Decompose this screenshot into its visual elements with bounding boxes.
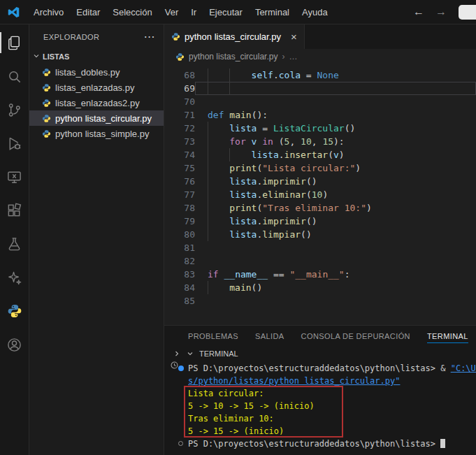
line-number: 71 [164,108,195,122]
activity-bar-run-debug[interactable] [0,127,29,160]
code-line-84[interactable]: 84main() [164,281,476,294]
menu-editar[interactable]: Editar [70,7,106,17]
code-text: lista.imprimir() [195,215,476,228]
terminal[interactable]: PS D:\proyectos\estructuraddedatos\pytho… [164,361,476,455]
menu-terminal[interactable]: Terminal [249,7,296,17]
activity-bar-python[interactable] [0,294,29,328]
folder-section-listas[interactable]: LISTAS [29,49,164,64]
panel-tab-problemas[interactable]: PROBLEMAS [188,326,238,347]
prompt-decoration-icon[interactable] [178,441,183,446]
menu-ayuda[interactable]: Ayuda [296,7,334,17]
code-text: self.cola = None [195,68,476,82]
terminal-text: 5 -> 10 -> 15 -> (inicio) [188,401,315,411]
line-number: 74 [164,148,195,161]
chevron-right-icon[interactable] [173,349,181,358]
code-text: print("Tras eliminar 10:") [195,201,476,215]
line-number: 75 [164,161,195,175]
code-text: print("Lista circular:") [195,161,476,175]
vscode-logo-icon [7,6,20,19]
activity-bar-accounts[interactable] [0,328,29,361]
terminal-text: Lista circular: [188,389,264,398]
activity-bar-explorer[interactable] [0,26,29,59]
panel-tab-salida[interactable]: SALIDA [255,326,284,347]
breadcrumb-ellipsis[interactable]: … [289,52,297,62]
code-text: lista.imprimir() [195,175,476,188]
code-line-70[interactable]: 70 [164,95,476,108]
code-line-85[interactable]: 85 [164,294,476,308]
code-line-68[interactable]: 68self.cola = None [164,68,476,82]
sidebar-header: EXPLORADOR ⋯ [29,24,164,49]
terminal-link[interactable]: "C:\Us [451,363,476,373]
editor-group: python listas_circular.py × python lista… [164,24,476,455]
code-line-76[interactable]: 76lista.imprimir() [164,175,476,188]
activity-bar-search[interactable] [0,59,29,93]
more-actions-icon[interactable]: ⋯ [144,34,155,41]
activity-bar-remote-explorer[interactable] [0,160,29,194]
account-icon [6,337,22,353]
chevron-down-icon[interactable] [186,349,194,358]
terminal-link[interactable]: s/python/listas/python listas_circular.p… [188,376,400,386]
code-line-83[interactable]: 83if __name__ == "__main__": [164,268,476,281]
file-name: listas_dobles.py [55,67,120,78]
file-item[interactable]: listas_enlazadas2.py [29,95,164,110]
close-icon[interactable]: × [291,31,297,43]
file-item[interactable]: listas_dobles.py [29,64,164,80]
python-icon [7,303,22,319]
line-number: 85 [164,294,195,308]
code-text [195,294,476,308]
tab-python-listas-circular[interactable]: python listas_circular.py × [164,24,305,49]
terminal-section-label: TERMINAL [199,349,238,358]
code-line-74[interactable]: 74lista.insertar(v) [164,148,476,161]
line-number: 84 [164,281,195,294]
code-line-78[interactable]: 78print("Tras eliminar 10:") [164,201,476,215]
code-text: main() [195,281,476,294]
code-text: lista.eliminar(10) [195,188,476,201]
activity-bar-copilot[interactable] [0,261,29,294]
bottom-panel: PROBLEMASSALIDACONSOLA DE DEPURACIÓNTERM… [164,325,476,455]
menu-ver[interactable]: Ver [159,7,185,17]
go-back-button[interactable]: ← [413,6,424,18]
terminal-line: PS D:\proyectos\estructuraddedatos\pytho… [188,362,476,375]
menu-archivo[interactable]: Archivo [27,7,70,17]
source-control-icon [6,102,22,118]
breadcrumb: python listas_circular.py › … [164,49,476,64]
file-item[interactable]: python listas_simple.py [29,126,164,141]
code-editor[interactable]: 68self.cola = None697071def main():72lis… [164,64,476,325]
code-line-72[interactable]: 72lista = ListaCircular() [164,122,476,135]
code-line-77[interactable]: 77lista.eliminar(10) [164,188,476,201]
code-line-80[interactable]: 80lista.limpiar() [164,228,476,241]
code-line-75[interactable]: 75print("Lista circular:") [164,161,476,175]
code-text [195,241,476,254]
line-number: 69 [164,82,195,95]
activity-bar-extensions[interactable] [0,194,29,227]
command-center-search[interactable] [459,5,476,20]
command-decoration-icon[interactable] [178,366,184,371]
code-line-71[interactable]: 71def main(): [164,108,476,122]
code-text: lista.limpiar() [195,228,476,241]
terminal-lines: PS D:\proyectos\estructuraddedatos\pytho… [188,362,476,450]
python-file-icon [171,32,180,41]
python-file-icon [42,114,51,123]
menu-ir[interactable]: Ir [185,7,203,17]
activity-bar-source-control[interactable] [0,93,29,127]
panel-tab-terminal[interactable]: TERMINAL [427,326,468,347]
go-forward-button[interactable]: → [435,6,447,18]
search-icon [6,68,22,85]
file-item[interactable]: python listas_circular.py [29,110,164,126]
code-line-82[interactable]: 82 [164,254,476,268]
code-line-73[interactable]: 73for v in (5, 10, 15): [164,135,476,148]
code-text [195,95,476,108]
panel-tab-consola-de-depuración[interactable]: CONSOLA DE DEPURACIÓN [301,326,410,347]
terminal-line: 5 -> 10 -> 15 -> (inicio) [188,400,476,412]
terminal-text: PS D:\proyectos\estructuraddedatos\pytho… [188,363,451,373]
code-line-69[interactable]: 69 [164,82,476,95]
code-line-79[interactable]: 79lista.imprimir() [164,215,476,228]
menu-selección[interactable]: Selección [106,7,158,17]
activity-bar-testing[interactable] [0,227,29,261]
code-text: lista.insertar(v) [195,148,476,161]
menu-ejecutar[interactable]: Ejecutar [203,7,249,17]
breadcrumb-file[interactable]: python listas_circular.py [189,52,277,62]
code-line-81[interactable]: 81 [164,241,476,254]
sidebar-title: EXPLORADOR [43,33,99,41]
file-item[interactable]: listas_enlazadas.py [29,80,164,95]
